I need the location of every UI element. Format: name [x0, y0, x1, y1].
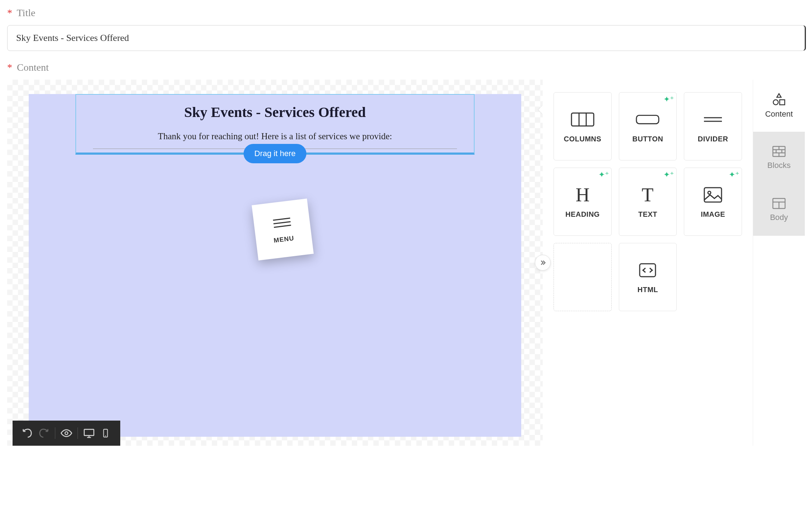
button-icon	[635, 110, 660, 130]
required-asterisk: *	[7, 62, 12, 73]
content-field-group: * Content Sky Events - Services Offered …	[7, 62, 805, 446]
canvas-body-text[interactable]: Thank you for reaching out! Here is a li…	[83, 131, 467, 141]
block-divider[interactable]: DIVIDER	[684, 92, 742, 160]
tabs-rail: Content Blocks Body	[753, 80, 805, 446]
tab-content[interactable]: Content	[753, 80, 805, 132]
sparkle-icon: ✦⁺	[663, 170, 674, 179]
desktop-view-button[interactable]	[81, 425, 97, 441]
block-label: BUTTON	[633, 135, 663, 143]
block-text[interactable]: ✦⁺ T TEXT	[619, 168, 677, 236]
content-label: * Content	[7, 62, 805, 73]
panel-pointer	[538, 106, 543, 114]
active-content-block[interactable]: Sky Events - Services Offered Thank you …	[75, 94, 475, 155]
redo-button[interactable]	[36, 425, 52, 441]
collapse-panel-button[interactable]	[535, 255, 551, 271]
blocks-grid: COLUMNS ✦⁺ BUTTON DIVIDER ✦⁺	[543, 80, 753, 446]
svg-point-15	[708, 191, 711, 194]
block-label: HEADING	[565, 210, 600, 219]
block-label: DIVIDER	[698, 135, 728, 143]
svg-point-17	[773, 100, 778, 105]
menu-icon	[272, 215, 291, 230]
image-icon	[700, 185, 725, 205]
layout-icon	[772, 198, 786, 209]
block-button[interactable]: ✦⁺ BUTTON	[619, 92, 677, 160]
canvas-area: Sky Events - Services Offered Thank you …	[7, 80, 543, 446]
svg-rect-14	[704, 188, 722, 202]
svg-text:T: T	[642, 185, 654, 205]
block-heading[interactable]: ✦⁺ H HEADING	[554, 168, 612, 236]
title-label-text: Title	[17, 7, 36, 18]
editor-wrapper: Sky Events - Services Offered Thank you …	[7, 80, 805, 446]
toolbar-divider	[55, 427, 55, 439]
block-image[interactable]: ✦⁺ IMAGE	[684, 168, 742, 236]
email-canvas[interactable]: Sky Events - Services Offered Thank you …	[29, 94, 521, 437]
block-columns[interactable]: COLUMNS	[554, 92, 612, 160]
columns-icon	[570, 110, 595, 130]
divider-icon	[700, 110, 725, 130]
wall-icon	[772, 146, 786, 157]
svg-point-0	[65, 432, 68, 435]
bottom-toolbar	[13, 421, 120, 446]
svg-rect-9	[636, 115, 659, 123]
tab-label: Blocks	[767, 161, 791, 170]
text-icon: T	[635, 185, 660, 205]
block-label: TEXT	[638, 210, 657, 219]
preview-button[interactable]	[58, 425, 75, 441]
block-menu-placeholder	[554, 243, 612, 311]
mobile-view-button[interactable]	[97, 425, 114, 441]
svg-rect-18	[780, 100, 785, 105]
dragging-menu-block[interactable]: MENU	[252, 198, 314, 261]
dragging-block-label: MENU	[273, 234, 294, 244]
tab-label: Content	[765, 109, 793, 119]
title-field-group: * Title	[7, 7, 805, 51]
svg-rect-6	[571, 113, 594, 126]
block-html[interactable]: HTML	[619, 243, 677, 311]
required-asterisk: *	[7, 7, 12, 18]
svg-rect-1	[84, 429, 94, 435]
heading-icon: H	[570, 185, 595, 205]
shapes-icon	[772, 93, 786, 106]
block-label: HTML	[638, 286, 658, 294]
sparkle-icon: ✦⁺	[729, 170, 739, 179]
block-label: IMAGE	[701, 210, 725, 219]
right-panel: COLUMNS ✦⁺ BUTTON DIVIDER ✦⁺	[543, 80, 805, 446]
svg-rect-16	[640, 264, 655, 277]
undo-button[interactable]	[19, 425, 36, 441]
html-icon	[635, 261, 660, 280]
title-input[interactable]	[7, 25, 805, 51]
tab-label: Body	[770, 213, 788, 222]
sparkle-icon: ✦⁺	[598, 170, 609, 179]
block-label: COLUMNS	[564, 135, 602, 143]
toolbar-divider	[78, 427, 78, 439]
tab-blocks[interactable]: Blocks	[753, 132, 805, 184]
sparkle-icon: ✦⁺	[663, 95, 674, 104]
content-label-text: Content	[17, 62, 49, 73]
title-label: * Title	[7, 7, 805, 19]
drag-hint-pill: Drag it here	[244, 144, 307, 163]
tab-body[interactable]: Body	[753, 184, 805, 236]
svg-text:H: H	[575, 185, 589, 205]
canvas-heading[interactable]: Sky Events - Services Offered	[83, 104, 467, 121]
